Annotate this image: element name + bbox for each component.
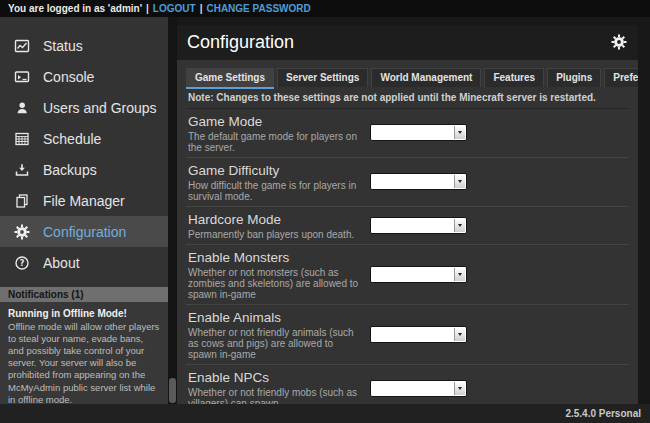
field-select-enable-monsters[interactable] [370, 266, 467, 283]
field-title: Enable Animals [188, 310, 362, 325]
change-password-link[interactable]: CHANGE PASSWORD [206, 3, 310, 14]
console-icon [13, 68, 30, 85]
field-title: Hardcore Mode [188, 212, 362, 227]
field-title: Game Difficulty [188, 163, 362, 178]
tab-plugins[interactable]: Plugins [547, 68, 601, 87]
notification-item: Running in Offline Mode! Offline mode wi… [0, 302, 168, 404]
version-label: 2.5.4.0 Personal [565, 408, 641, 419]
field-title: Enable Monsters [188, 250, 362, 265]
tab-bar: Game Settings Server Settings World Mana… [186, 68, 629, 87]
field-description: Whether or not friendly animals (such as… [188, 327, 362, 360]
field-description: Whether or not monsters (such as zombies… [188, 267, 362, 300]
field-hardcore-mode: Hardcore Mode Permanently ban players up… [186, 207, 629, 245]
chevron-down-icon [454, 219, 465, 232]
logged-in-text: You are logged in as 'admin' [8, 3, 142, 14]
svg-text:?: ? [19, 259, 24, 268]
field-select-enable-animals[interactable] [370, 326, 467, 343]
sidebar-item-file-manager[interactable]: File Manager [0, 185, 168, 216]
chevron-down-icon [454, 328, 465, 341]
notifications-header: Notifications (1) [0, 287, 168, 302]
sidebar-item-console[interactable]: Console [0, 61, 168, 92]
tab-preferences[interactable]: Preferences [604, 68, 638, 87]
field-game-mode: Game Mode The default game mode for play… [186, 109, 629, 158]
sidebar-item-label: File Manager [43, 193, 125, 209]
gear-icon[interactable] [611, 34, 628, 51]
field-enable-npcs: Enable NPCs Whether or not friendly mobs… [186, 365, 629, 404]
tab-features[interactable]: Features [484, 68, 544, 87]
top-bar: You are logged in as 'admin'|LOGOUT|CHAN… [0, 0, 650, 17]
sidebar-item-users-and-groups[interactable]: Users and Groups [0, 92, 168, 123]
sidebar: Status Console Users and Groups Schedule… [0, 17, 168, 404]
field-description: The default game mode for players on the… [188, 131, 362, 153]
separator: | [146, 3, 149, 14]
chevron-down-icon [454, 268, 465, 281]
sidebar-item-label: Status [43, 38, 83, 54]
status-chart-icon [13, 37, 30, 54]
tab-server-settings[interactable]: Server Settings [277, 68, 368, 87]
sidebar-item-label: Configuration [43, 224, 126, 240]
restart-note: Note: Changes to these settings are not … [186, 87, 629, 109]
field-game-difficulty: Game Difficulty How difficult the game i… [186, 158, 629, 207]
chevron-down-icon [454, 126, 465, 139]
sidebar-item-backups[interactable]: Backups [0, 154, 168, 185]
backups-icon [13, 161, 30, 178]
file-manager-icon [13, 192, 30, 209]
footer: 2.5.4.0 Personal [0, 404, 650, 423]
settings-list: Game Mode The default game mode for play… [186, 109, 629, 404]
field-description: Permanently ban players upon death. [188, 229, 362, 240]
scrollbar-track [168, 17, 177, 404]
field-select-hardcore-mode[interactable] [370, 217, 467, 234]
page-title: Configuration [187, 32, 611, 53]
sidebar-item-label: Users and Groups [43, 100, 157, 116]
field-description: How difficult the game is for players in… [188, 180, 362, 202]
separator: | [200, 3, 203, 14]
sidebar-item-label: About [43, 255, 80, 271]
users-icon [13, 99, 30, 116]
sidebar-item-schedule[interactable]: Schedule [0, 123, 168, 154]
tab-world-management[interactable]: World Management [371, 68, 481, 87]
gear-icon [13, 223, 30, 240]
schedule-icon [13, 130, 30, 147]
panel-header: Configuration [177, 25, 638, 60]
field-title: Enable NPCs [188, 370, 362, 385]
field-select-enable-npcs[interactable] [370, 380, 467, 397]
logout-link[interactable]: LOGOUT [153, 3, 196, 14]
configuration-panel: Configuration Game Settings Server Setti… [177, 25, 638, 404]
sidebar-item-about[interactable]: ? About [0, 247, 168, 278]
field-enable-monsters: Enable Monsters Whether or not monsters … [186, 245, 629, 305]
chevron-down-icon [454, 382, 465, 395]
field-select-game-difficulty[interactable] [370, 173, 467, 190]
sidebar-item-label: Schedule [43, 131, 101, 147]
sidebar-nav: Status Console Users and Groups Schedule… [0, 17, 168, 278]
tab-game-settings[interactable]: Game Settings [186, 68, 274, 87]
field-enable-animals: Enable Animals Whether or not friendly a… [186, 305, 629, 365]
chevron-down-icon [454, 175, 465, 188]
field-select-game-mode[interactable] [370, 124, 467, 141]
field-description: Whether or not friendly mobs (such as vi… [188, 387, 362, 404]
sidebar-item-status[interactable]: Status [0, 30, 168, 61]
field-title: Game Mode [188, 114, 362, 129]
sidebar-item-label: Backups [43, 162, 97, 178]
notification-title: Running in Offline Mode! [8, 308, 160, 321]
sidebar-item-label: Console [43, 69, 94, 85]
notification-text: Offline mode will allow other players to… [8, 321, 160, 404]
panel-body: Game Settings Server Settings World Mana… [177, 60, 638, 404]
scrollbar-thumb[interactable] [169, 378, 176, 403]
sidebar-item-configuration[interactable]: Configuration [0, 216, 168, 247]
question-circle-icon: ? [13, 254, 30, 271]
